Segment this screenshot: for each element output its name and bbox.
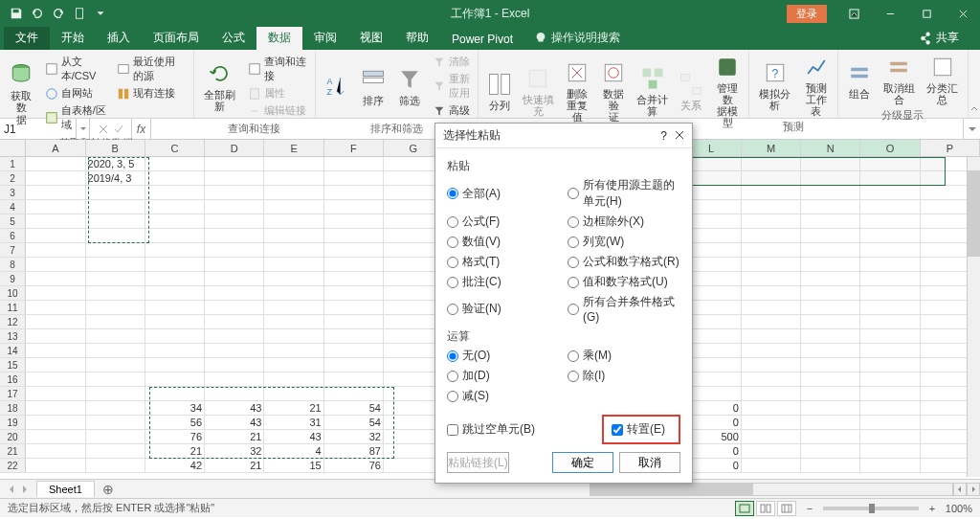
subtotal-button[interactable]: 分类汇总 [922, 52, 963, 107]
cell[interactable] [26, 315, 85, 328]
cell[interactable] [86, 344, 145, 357]
cell[interactable] [26, 401, 85, 415]
from-table[interactable]: 自表格/区域 [43, 102, 109, 133]
what-if-button[interactable]: ?模拟分析 [753, 52, 797, 119]
cell[interactable] [86, 387, 145, 400]
cell[interactable] [264, 315, 323, 328]
cell[interactable] [145, 344, 205, 357]
cell[interactable] [742, 344, 801, 357]
cell[interactable] [86, 459, 145, 472]
cell[interactable] [742, 214, 801, 228]
row-header[interactable]: 13 [0, 329, 26, 343]
cell[interactable] [86, 229, 145, 242]
undo-icon[interactable] [29, 5, 46, 22]
cell[interactable] [801, 243, 860, 257]
row-header[interactable]: 7 [0, 243, 26, 257]
cell[interactable]: 34 [145, 401, 205, 415]
cell[interactable] [860, 272, 920, 285]
remove-duplicates-button[interactable]: 删除 重复值 [560, 52, 594, 130]
col-C[interactable]: C [145, 140, 205, 156]
cell[interactable] [26, 214, 85, 228]
cell[interactable] [145, 171, 205, 185]
tab-formulas[interactable]: 公式 [211, 26, 256, 50]
cell[interactable] [264, 186, 323, 199]
cell[interactable]: 76 [145, 430, 205, 443]
cell[interactable] [742, 301, 801, 314]
cell[interactable] [264, 372, 323, 386]
cell[interactable] [860, 258, 920, 271]
cell[interactable] [205, 344, 264, 357]
radio-source-theme[interactable]: 所有使用源主题的单元(H) [568, 176, 680, 211]
row-header[interactable]: 9 [0, 272, 26, 285]
cell[interactable] [264, 387, 323, 400]
cell[interactable] [26, 416, 85, 429]
row-header[interactable]: 4 [0, 200, 26, 214]
tab-layout[interactable]: 页面布局 [142, 26, 211, 50]
cell[interactable]: 43 [264, 430, 323, 443]
cell[interactable] [801, 344, 860, 357]
from-text-csv[interactable]: 从文本/CSV [43, 54, 109, 84]
cell[interactable] [86, 272, 145, 285]
cell[interactable] [26, 344, 85, 357]
cell[interactable] [86, 186, 145, 199]
col-O[interactable]: O [860, 140, 920, 156]
row-header[interactable]: 18 [0, 401, 26, 415]
cell[interactable] [801, 272, 860, 285]
cell[interactable] [860, 200, 920, 214]
cell[interactable] [742, 358, 801, 372]
row-header[interactable]: 8 [0, 258, 26, 271]
tell-me-search[interactable]: 操作说明搜索 [524, 26, 630, 50]
relationships-button[interactable]: 关系 [674, 52, 708, 130]
radio-validation[interactable]: 验证(N) [447, 293, 560, 325]
forecast-sheet-button[interactable]: 预测 工作表 [799, 52, 834, 119]
vscroll-thumb[interactable] [968, 170, 980, 257]
sort-button[interactable]: 排序 [356, 52, 390, 121]
row-header[interactable]: 16 [0, 372, 26, 386]
cell[interactable] [26, 358, 85, 372]
cell[interactable]: 56 [145, 416, 205, 429]
formula-expand-icon[interactable] [963, 119, 980, 139]
cell[interactable] [145, 329, 205, 343]
text-to-columns-button[interactable]: 分列 [482, 52, 517, 130]
cell[interactable] [205, 372, 264, 386]
cell[interactable] [264, 286, 323, 300]
cell[interactable] [742, 329, 801, 343]
cell[interactable] [86, 315, 145, 328]
cell[interactable] [205, 171, 264, 185]
col-N[interactable]: N [801, 140, 860, 156]
cell[interactable] [860, 315, 920, 328]
filter-button[interactable]: 筛选 [392, 52, 427, 121]
check-skip-blanks[interactable]: 跳过空单元(B) [447, 420, 535, 439]
cell[interactable] [801, 171, 860, 185]
cell[interactable] [860, 229, 920, 242]
cell[interactable] [145, 258, 205, 271]
zoom-slider[interactable] [823, 507, 919, 510]
cell[interactable]: 2019/4, 3 [86, 171, 145, 185]
cell[interactable] [86, 401, 145, 415]
hscroll-thumb[interactable] [590, 484, 753, 495]
cell[interactable] [205, 214, 264, 228]
cell[interactable] [205, 229, 264, 242]
cell[interactable] [742, 459, 801, 472]
col-P[interactable]: P [921, 140, 980, 156]
cell[interactable] [26, 258, 85, 271]
cell[interactable] [860, 171, 920, 185]
cell[interactable] [801, 329, 860, 343]
cell[interactable] [860, 401, 920, 415]
dialog-titlebar[interactable]: 选择性粘贴 ? [435, 124, 692, 148]
row-header[interactable]: 5 [0, 214, 26, 228]
cell[interactable] [324, 286, 384, 300]
vertical-scrollbar[interactable] [967, 157, 980, 477]
cell[interactable] [324, 229, 384, 242]
ok-button[interactable]: 确定 [552, 452, 613, 473]
cell[interactable] [742, 430, 801, 443]
radio-col-widths[interactable]: 列宽(W) [568, 233, 680, 251]
cell[interactable] [264, 157, 323, 170]
cell[interactable] [324, 301, 384, 314]
cell[interactable] [86, 372, 145, 386]
cell[interactable] [801, 214, 860, 228]
data-validation-button[interactable]: 数据验 证 [596, 52, 631, 130]
cell[interactable] [860, 416, 920, 429]
cell[interactable] [742, 171, 801, 185]
cell[interactable] [205, 301, 264, 314]
